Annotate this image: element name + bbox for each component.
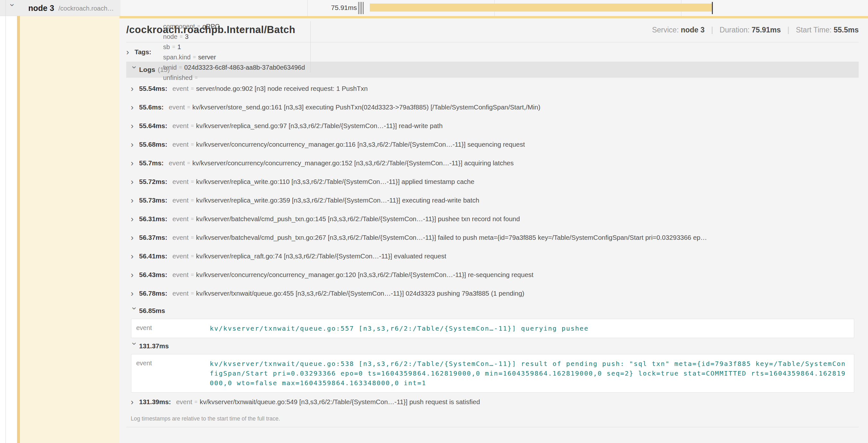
span-bar[interactable] [370, 3, 712, 11]
tags-row[interactable]: Tags: component gRPC node 3 sb 1 span.ki… [126, 42, 859, 62]
log-field-key: event [173, 197, 189, 204]
chevron-right-icon[interactable] [131, 197, 139, 204]
span-service-name: node 3 [28, 3, 54, 13]
log-entry-header[interactable]: 56.85ms [126, 303, 859, 319]
log-entry-row[interactable]: 55.64ms: event kv/kvserver/replica_send.… [126, 116, 859, 135]
log-message: kv/kvserver/concurrency/concurrency_mana… [196, 271, 533, 279]
log-field-value: kv/kvserver/txnwait/queue.go:538 [n3,s3,… [210, 359, 848, 388]
log-entry-row[interactable]: 56.31ms: event kv/kvserver/batcheval/cmd… [126, 210, 859, 228]
log-timestamp: 55.54ms: [139, 85, 167, 93]
trace-view: node 3 /cockroach.roach… 75.91ms /cockro… [0, 0, 868, 443]
start-time-value: 55.5ms [834, 26, 859, 34]
chevron-right-icon[interactable] [131, 123, 139, 129]
tag-item: unfinished [158, 73, 311, 83]
log-entry-row[interactable]: 56.41ms: event kv/kvserver/replica_raft.… [126, 247, 859, 266]
span-ticks-icon [358, 2, 364, 14]
tag-key: component [163, 23, 195, 30]
start-time-label: Start Time: [796, 26, 831, 34]
span-operation-name: /cockroach.roach… [59, 5, 114, 12]
chevron-right-icon[interactable] [131, 178, 139, 185]
log-field-key: event [173, 85, 189, 93]
log-timestamp: 56.37ms: [139, 234, 167, 241]
log-timestamp: 55.64ms: [139, 122, 167, 130]
log-field-key: event [173, 215, 189, 223]
chevron-right-icon[interactable] [131, 160, 139, 166]
duration-label: Duration: [720, 26, 749, 34]
tag-key: sb [163, 43, 170, 51]
span-end-tick [712, 2, 713, 14]
chevron-right-icon[interactable] [131, 234, 139, 241]
chevron-right-icon[interactable] [131, 141, 139, 148]
logs-footer-note: Log timestamps are relative to the start… [126, 411, 859, 427]
log-field-value: kv/kvserver/txnwait/queue.go:557 [n3,s3,… [210, 323, 589, 333]
selected-span-stripe [17, 16, 20, 443]
equals-sign [191, 142, 194, 147]
service-label: Service: [652, 26, 679, 34]
log-field-key: event [173, 234, 189, 241]
chevron-down-icon[interactable] [131, 66, 138, 74]
chevron-right-icon[interactable] [131, 399, 139, 405]
log-entry-row[interactable]: 55.6ms: event kv/kvserver/store_send.go:… [126, 98, 859, 116]
logs-list: 55.54ms: event server/node.go:902 [n3] n… [126, 78, 859, 411]
chevron-right-icon[interactable] [131, 253, 139, 260]
log-entry-row[interactable]: 56.78ms: event kv/kvserver/txnwait/queue… [126, 284, 859, 303]
tag-item: node 3 [158, 31, 311, 42]
equals-sign [194, 399, 197, 405]
log-entry-row[interactable]: 56.37ms: event kv/kvserver/batcheval/cmd… [126, 228, 859, 247]
equals-sign [187, 104, 190, 110]
log-timestamp: 56.78ms: [139, 289, 167, 297]
divider: | [711, 26, 713, 34]
span-name-column[interactable]: node 3 /cockroach.roach… [0, 0, 121, 16]
chevron-right-icon[interactable] [131, 104, 139, 110]
log-entry-row[interactable]: 55.7ms: event kv/kvserver/concurrency/co… [126, 154, 859, 172]
chevron-down-icon[interactable] [131, 342, 138, 350]
log-field-key: event [173, 141, 189, 148]
log-field-key: event [173, 178, 189, 185]
log-entry-expanded: 56.85ms event kv/kvserver/txnwait/queue.… [126, 303, 859, 338]
tag-key: node [163, 33, 178, 40]
service-value: node 3 [681, 26, 705, 34]
log-message: server/node.go:902 [n3] node received re… [196, 85, 368, 93]
equals-sign [193, 54, 196, 60]
log-entry-header[interactable]: 131.37ms [126, 338, 859, 354]
span-timeline-row[interactable]: node 3 /cockroach.roach… 75.91ms [0, 0, 868, 16]
tag-value: 024d3323-6c8f-4863-aa8b-37ab0e63496d [184, 64, 305, 71]
log-timestamp: 55.7ms: [139, 159, 163, 167]
log-entry-row[interactable]: 55.72ms: event kv/kvserver/replica_write… [126, 172, 859, 191]
log-message: kv/kvserver/concurrency/concurrency_mana… [192, 159, 514, 167]
log-entry-row[interactable]: 55.68ms: event kv/kvserver/concurrency/c… [126, 135, 859, 154]
log-field-key: event [173, 289, 189, 297]
equals-sign [191, 179, 194, 184]
log-message: kv/kvserver/txnwait/queue.go:549 [n3,s3,… [200, 398, 480, 406]
chevron-right-icon[interactable] [131, 272, 139, 278]
log-timestamp: 56.41ms: [139, 252, 167, 260]
span-detail-panel: /cockroach.roachpb.Internal/Batch Servic… [120, 16, 868, 443]
chevron-down-icon[interactable] [131, 307, 138, 315]
log-message: kv/kvserver/replica_raft.go:74 [n3,s3,r6… [196, 252, 446, 260]
log-message: kv/kvserver/replica_send.go:97 [n3,s3,r6… [196, 122, 443, 130]
chevron-right-icon[interactable] [126, 49, 134, 55]
log-entry-detail-box: event kv/kvserver/txnwait/queue.go:557 [… [131, 319, 854, 338]
logs-count: (15) [158, 66, 169, 73]
chevron-right-icon[interactable] [131, 86, 139, 92]
equals-sign [187, 160, 190, 166]
log-entry-row[interactable]: 55.73ms: event kv/kvserver/replica_write… [126, 191, 859, 210]
equals-sign [191, 253, 194, 259]
row-indent-guide [5, 0, 6, 443]
chevron-down-icon[interactable] [9, 3, 16, 12]
tag-item: sb 1 [158, 42, 311, 52]
chevron-right-icon[interactable] [131, 290, 139, 297]
equals-sign [180, 34, 183, 39]
log-field-key: event [173, 271, 189, 279]
chevron-right-icon[interactable] [131, 216, 139, 222]
equals-sign [191, 123, 194, 129]
tag-value: 1 [177, 43, 181, 51]
log-timestamp: 56.85ms [139, 307, 165, 315]
log-entry-row[interactable]: 56.43ms: event kv/kvserver/concurrency/c… [126, 266, 859, 284]
log-message: kv/kvserver/replica_write.go:110 [n3,s3,… [196, 178, 474, 185]
tag-value: gRPC [203, 23, 219, 30]
timeline-track: 75.91ms [121, 0, 868, 16]
log-entry-row[interactable]: 131.39ms: event kv/kvserver/txnwait/queu… [126, 393, 859, 411]
log-entry-expanded: 131.37ms event kv/kvserver/txnwait/queue… [126, 338, 859, 393]
equals-sign [191, 86, 194, 92]
